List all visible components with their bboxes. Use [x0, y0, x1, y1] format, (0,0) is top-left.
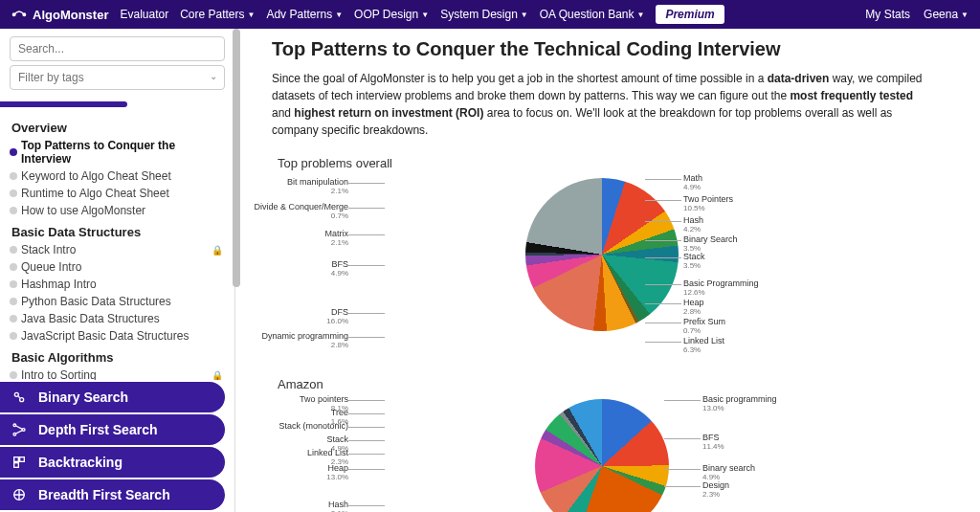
lock-icon: 🔒	[212, 370, 223, 381]
svg-rect-7	[14, 457, 19, 462]
search-input[interactable]	[10, 36, 225, 61]
sidebar-item-label: JavaScript Basic Data Structures	[21, 329, 189, 343]
chevron-down-icon: ▼	[335, 11, 343, 19]
nav-link[interactable]: System Design▼	[440, 8, 528, 21]
chevron-down-icon: ▼	[961, 11, 969, 19]
sidebar-item-label: Python Basic Data Structures	[21, 295, 171, 308]
svg-point-1	[23, 13, 26, 16]
chart-label: Math4.9%	[683, 174, 702, 192]
category-icon	[10, 485, 29, 504]
chart-label: Two Pointers10.5%	[683, 195, 733, 213]
category-icon	[10, 420, 29, 439]
chart-label: DFS16.0%	[326, 308, 348, 326]
sidebar-item[interactable]: Java Basic Data Structures	[0, 310, 234, 327]
sidebar-item-label: Intro to Sorting	[21, 368, 97, 380]
status-dot-icon	[10, 207, 17, 214]
chart-overall: Math4.9%Two Pointers10.5%Hash4.2%Binary …	[272, 174, 932, 366]
svg-point-6	[22, 429, 25, 432]
chart-title-amazon: Amazon	[278, 377, 932, 391]
sidebar-item[interactable]: Intro to Sorting🔒	[0, 367, 234, 380]
chart-label: Design2.3%	[702, 481, 729, 500]
scrollbar[interactable]	[233, 29, 240, 512]
sidebar-item[interactable]: Stack Intro🔒	[0, 241, 234, 258]
chevron-down-icon: ▼	[637, 11, 645, 19]
sidebar-item-label: Keyword to Algo Cheat Sheet	[21, 169, 171, 183]
sidebar-item[interactable]: How to use AlgoMonster	[0, 202, 234, 219]
chart-label: Binary search4.9%	[702, 464, 755, 482]
svg-point-3	[20, 398, 24, 402]
chart-label: Prefix Sum0.7%	[683, 318, 725, 336]
status-dot-icon	[10, 246, 17, 254]
chart-label: Hash8.1%	[328, 501, 348, 512]
chevron-down-icon: ▼	[421, 11, 429, 19]
user-menu[interactable]: Geena▼	[924, 8, 969, 21]
status-dot-icon	[10, 315, 17, 323]
chart-label: Hash4.2%	[683, 216, 703, 234]
sidebar-item-label: How to use AlgoMonster	[21, 204, 145, 217]
sidebar-item-label: Top Patterns to Conquer the Interview	[21, 139, 223, 166]
category-pill[interactable]: Binary Search	[0, 382, 225, 412]
chart-label: Dynamic programming2.8%	[261, 332, 348, 350]
page-title: Top Patterns to Conquer the Technical Co…	[272, 38, 932, 60]
sidebar-item[interactable]: Python Basic Data Structures	[0, 293, 234, 310]
status-dot-icon	[10, 371, 17, 379]
pie-chart	[535, 399, 669, 512]
chart-label: Divide & Conquer/Merge0.7%	[254, 203, 348, 221]
nav-link[interactable]: Core Patters▼	[180, 8, 255, 21]
svg-point-0	[12, 13, 15, 16]
chart-label: Binary Search3.5%	[683, 235, 738, 254]
chart-label: Stack3.5%	[683, 253, 705, 271]
chart-title-overall: Top problems overall	[278, 156, 932, 170]
sidebar-item-label: Queue Intro	[21, 260, 81, 274]
user-name: Geena	[924, 8, 958, 21]
brand-icon	[11, 6, 27, 24]
my-stats-link[interactable]: My Stats	[865, 8, 910, 21]
sidebar-item-label: Hashmap Intro	[21, 278, 97, 291]
chevron-down-icon: ▼	[521, 11, 528, 19]
sidebar-item[interactable]: Queue Intro	[0, 258, 234, 276]
category-pill[interactable]: Backtracking	[0, 447, 225, 478]
brand[interactable]: AlgoMonster	[11, 6, 108, 24]
svg-rect-9	[14, 463, 19, 468]
chart-label: BFS11.4%	[702, 434, 724, 452]
status-dot-icon	[10, 263, 17, 271]
sidebar-item-label: Runtime to Algo Cheat Sheet	[21, 187, 169, 200]
section-title: Basic Data Structures	[0, 219, 234, 241]
progress-accent	[0, 101, 127, 107]
svg-point-4	[13, 424, 16, 427]
sidebar-item[interactable]: Hashmap Intro	[0, 276, 234, 293]
svg-point-5	[13, 433, 16, 435]
premium-button[interactable]: Premium	[656, 5, 724, 24]
nav-link[interactable]: OA Question Bank▼	[540, 8, 645, 21]
chevron-down-icon: ⌄	[210, 71, 217, 81]
pie-chart	[525, 178, 679, 331]
nav-link[interactable]: Evaluator	[120, 8, 168, 21]
chart-label: BFS4.9%	[331, 260, 348, 278]
category-label: Backtracking	[38, 455, 122, 470]
status-dot-icon	[10, 298, 17, 305]
top-nav: AlgoMonster EvaluatorCore Patters▼Adv Pa…	[0, 0, 980, 29]
nav-link[interactable]: Adv Patterns▼	[266, 8, 343, 21]
nav-link[interactable]: OOP Design▼	[354, 8, 429, 21]
category-pill[interactable]: Depth First Search	[0, 414, 225, 445]
sidebar-item[interactable]: Keyword to Algo Cheat Sheet	[0, 167, 234, 185]
sidebar-item[interactable]: Runtime to Algo Cheat Sheet	[0, 185, 234, 202]
sidebar-item[interactable]: Top Patterns to Conquer the Interview	[0, 137, 234, 167]
chart-label: Heap13.0%	[326, 464, 348, 482]
status-dot-icon	[10, 148, 17, 156]
sidebar-item[interactable]: JavaScript Basic Data Structures	[0, 327, 234, 345]
category-icon	[10, 388, 29, 407]
status-dot-icon	[10, 280, 17, 288]
category-pill[interactable]: Breadth First Search	[0, 479, 225, 510]
status-dot-icon	[10, 332, 17, 340]
sidebar-item-label: Java Basic Data Structures	[21, 312, 160, 325]
chart-amazon: Basic programming13.0%BFS11.4%Binary sea…	[272, 395, 932, 512]
chart-label: Basic programming13.0%	[702, 395, 777, 413]
chart-label: Basic Programming12.6%	[683, 279, 759, 298]
chart-label: Stack (monotonic)	[278, 422, 348, 432]
chart-label: Heap2.8%	[683, 299, 704, 317]
filter-tags-input[interactable]	[10, 65, 225, 90]
category-label: Breadth First Search	[38, 487, 170, 502]
svg-rect-8	[20, 457, 25, 462]
svg-point-2	[14, 392, 18, 396]
